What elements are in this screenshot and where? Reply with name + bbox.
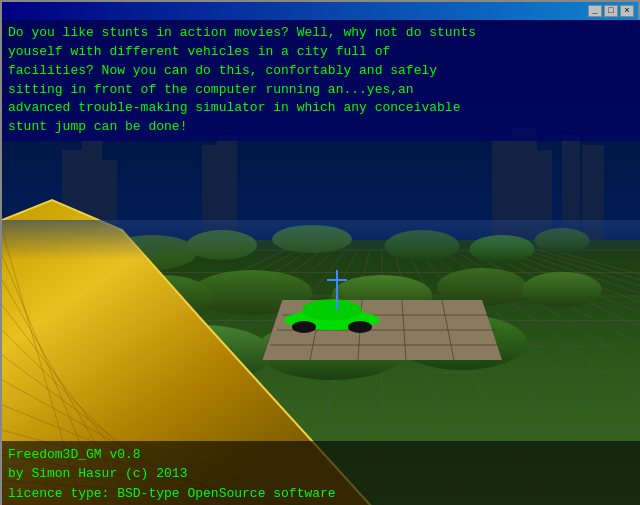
title-buttons: _ □ × [588,5,634,17]
intro-text-overlay: Do you like stunts in action movies? Wel… [2,20,640,141]
minimize-button[interactable]: _ [588,5,602,17]
intro-text-content: Do you like stunts in action movies? Wel… [8,25,476,134]
credits-line2: by Simon Hasur (c) 2013 [8,464,636,484]
main-window: _ □ × Do you like stunts in action movie… [0,0,640,505]
credits-line3: licence type: BSD-type OpenSource softwa… [8,484,636,504]
close-button[interactable]: × [620,5,634,17]
content-area: Do you like stunts in action movies? Wel… [2,20,640,505]
credits-overlay: Freedom3D_GM v0.8 by Simon Hasur (c) 201… [2,441,640,506]
title-bar: _ □ × [2,2,638,20]
credits-line1: Freedom3D_GM v0.8 [8,445,636,465]
maximize-button[interactable]: □ [604,5,618,17]
